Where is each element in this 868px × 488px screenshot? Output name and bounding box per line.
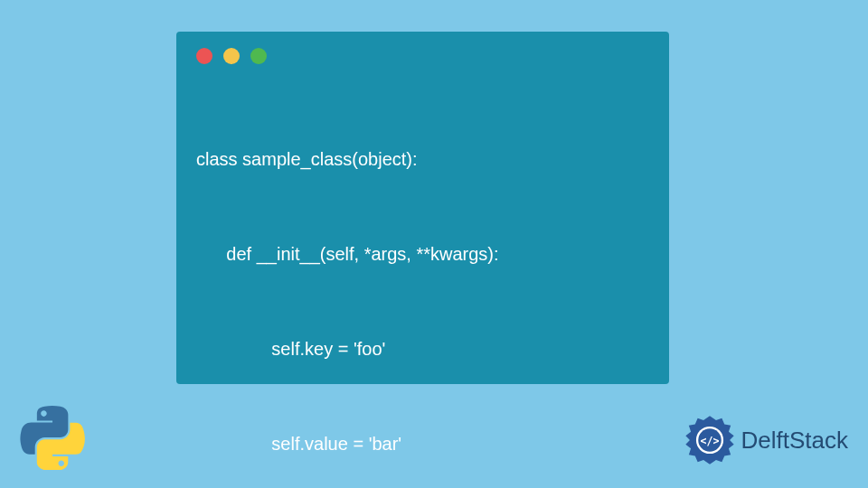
window-traffic-lights bbox=[196, 48, 649, 64]
code-line: self.value = 'bar' bbox=[196, 428, 649, 460]
python-logo-icon bbox=[20, 405, 85, 470]
delftstack-brand: </> DelftStack bbox=[684, 414, 849, 466]
code-line: class sample_class(object): bbox=[196, 144, 649, 175]
code-block: class sample_class(object): def __init__… bbox=[196, 80, 649, 488]
code-line: self.key = 'foo' bbox=[196, 333, 649, 365]
brand-name: DelftStack bbox=[741, 427, 849, 455]
svg-text:</>: </> bbox=[700, 435, 719, 447]
code-line: def __init__(self, *args, **kwargs): bbox=[196, 239, 649, 270]
code-window: class sample_class(object): def __init__… bbox=[176, 32, 669, 384]
maximize-icon bbox=[250, 48, 267, 64]
close-icon bbox=[196, 48, 212, 64]
minimize-icon bbox=[223, 48, 240, 64]
delftstack-logo-icon: </> bbox=[684, 414, 736, 466]
